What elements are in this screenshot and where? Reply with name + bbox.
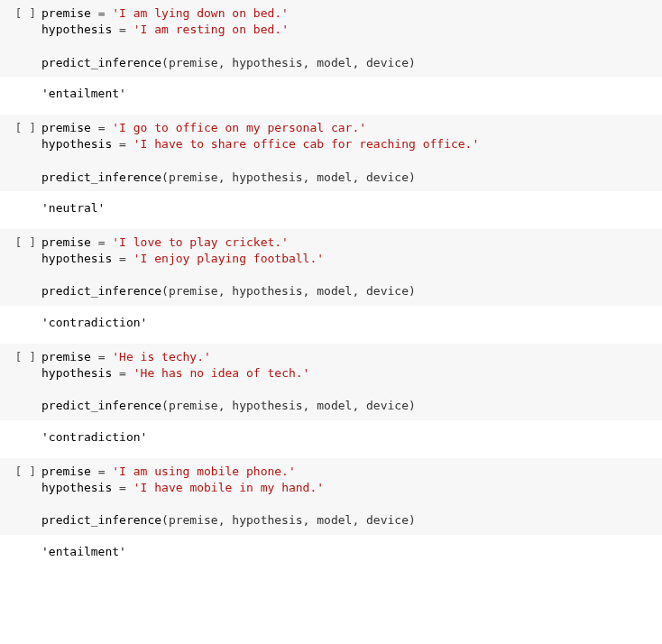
plain-token [126, 252, 133, 265]
blank-line [41, 152, 653, 169]
output-prompt-spacer [0, 315, 41, 331]
eq-token: = [119, 366, 126, 380]
notebook-cells: [ ]premise = 'I am lying down on bed.'hy… [0, 0, 662, 573]
plain-token [112, 366, 119, 380]
prompt-brackets: [ ] [15, 235, 36, 249]
str-token: 'I enjoy playing football.' [133, 252, 324, 265]
output-prompt-spacer [0, 429, 41, 446]
var-token: premise [41, 350, 91, 363]
func-token: predict_inference [41, 56, 161, 69]
code-line: hypothesis = 'I have to share office cab… [41, 136, 653, 152]
var-token: hypothesis [41, 137, 112, 151]
code-source[interactable]: premise = 'He is techy.'hypothesis = 'He… [41, 349, 662, 415]
func-token: predict_inference [41, 513, 161, 527]
code-cell: [ ]premise = 'He is techy.'hypothesis = … [0, 344, 662, 458]
cell-input-area[interactable]: [ ]premise = 'I love to play cricket.'hy… [0, 229, 662, 306]
plain-token [112, 252, 119, 265]
prompt-brackets: [ ] [15, 350, 36, 363]
var-token: premise [41, 121, 91, 134]
execution-prompt[interactable]: [ ] [0, 5, 41, 71]
eq-token: = [119, 252, 126, 265]
eq-token: = [119, 23, 126, 36]
func-token: predict_inference [41, 284, 161, 298]
code-line: predict_inference(premise, hypothesis, m… [41, 170, 653, 186]
code-source[interactable]: premise = 'I love to play cricket.'hypot… [41, 235, 662, 300]
code-source[interactable]: premise = 'I am lying down on bed.'hypot… [41, 5, 662, 71]
var-token: premise [41, 465, 91, 478]
code-line: premise = 'I am lying down on bed.' [41, 5, 653, 22]
code-line: predict_inference(premise, hypothesis, m… [41, 398, 653, 414]
var-token: hypothesis [41, 23, 112, 36]
code-line: hypothesis = 'I have mobile in my hand.' [41, 480, 653, 496]
cell-input-area[interactable]: [ ]premise = 'He is techy.'hypothesis = … [0, 344, 662, 420]
code-cell: [ ]premise = 'I am lying down on bed.'hy… [0, 0, 662, 115]
plain-token: (premise, hypothesis, model, device) [161, 513, 416, 527]
func-token: predict_inference [41, 399, 161, 412]
plain-token [91, 6, 98, 20]
code-line: hypothesis = 'He has no idea of tech.' [41, 365, 653, 382]
code-line: premise = 'I go to office on my personal… [41, 120, 653, 136]
cell-input-area[interactable]: [ ]premise = 'I am using mobile phone.'h… [0, 458, 662, 535]
plain-token [112, 481, 119, 494]
plain-token [112, 23, 119, 36]
str-token: 'I have to share office cab for reaching… [133, 137, 480, 151]
func-token: predict_inference [41, 170, 161, 184]
output-text: 'contradiction' [41, 429, 662, 446]
cell-output-area: 'entailment' [0, 77, 662, 115]
output-prompt-spacer [0, 86, 41, 102]
eq-token: = [119, 137, 126, 151]
plain-token [126, 23, 133, 36]
code-line: premise = 'I love to play cricket.' [41, 235, 653, 251]
plain-token [126, 366, 133, 380]
str-token: 'He has no idea of tech.' [133, 366, 310, 380]
cell-input-area[interactable]: [ ]premise = 'I am lying down on bed.'hy… [0, 0, 662, 77]
code-line: premise = 'He is techy.' [41, 349, 653, 365]
code-line: predict_inference(premise, hypothesis, m… [41, 512, 653, 529]
plain-token: (premise, hypothesis, model, device) [161, 284, 416, 298]
code-line: predict_inference(premise, hypothesis, m… [41, 283, 653, 299]
execution-prompt[interactable]: [ ] [0, 349, 41, 415]
code-line: premise = 'I am using mobile phone.' [41, 464, 653, 480]
code-source[interactable]: premise = 'I go to office on my personal… [41, 120, 662, 186]
blank-line [41, 382, 653, 398]
plain-token: (premise, hypothesis, model, device) [161, 170, 416, 184]
cell-output-area: 'contradiction' [0, 420, 662, 458]
plain-token: (premise, hypothesis, model, device) [161, 56, 416, 69]
output-prompt-spacer [0, 544, 41, 560]
var-token: premise [41, 6, 91, 20]
prompt-brackets: [ ] [15, 6, 36, 20]
cell-output-area: 'entailment' [0, 535, 662, 573]
output-text: 'contradiction' [41, 315, 662, 331]
plain-token [91, 121, 98, 134]
str-token: 'He is techy.' [112, 350, 211, 363]
output-text: 'entailment' [41, 86, 662, 102]
code-line: hypothesis = 'I am resting on bed.' [41, 22, 653, 38]
plain-token [126, 481, 133, 494]
plain-token [91, 465, 98, 478]
prompt-brackets: [ ] [15, 121, 36, 134]
blank-line [41, 267, 653, 283]
code-cell: [ ]premise = 'I go to office on my perso… [0, 115, 662, 229]
code-source[interactable]: premise = 'I am using mobile phone.'hypo… [41, 464, 662, 529]
plain-token [112, 137, 119, 151]
plain-token [126, 137, 133, 151]
str-token: 'I go to office on my personal car.' [112, 121, 366, 134]
code-cell: [ ]premise = 'I love to play cricket.'hy… [0, 229, 662, 344]
eq-token: = [119, 481, 126, 494]
output-prompt-spacer [0, 200, 41, 216]
var-token: hypothesis [41, 366, 112, 380]
code-cell: [ ]premise = 'I am using mobile phone.'h… [0, 458, 662, 573]
plain-token: (premise, hypothesis, model, device) [161, 399, 416, 412]
cell-output-area: 'neutral' [0, 191, 662, 229]
blank-line [41, 38, 653, 54]
code-line: predict_inference(premise, hypothesis, m… [41, 55, 653, 71]
var-token: hypothesis [41, 252, 112, 265]
output-text: 'neutral' [41, 200, 662, 216]
execution-prompt[interactable]: [ ] [0, 235, 41, 300]
execution-prompt[interactable]: [ ] [0, 464, 41, 529]
execution-prompt[interactable]: [ ] [0, 120, 41, 186]
blank-line [41, 496, 653, 512]
str-token: 'I love to play cricket.' [112, 235, 289, 249]
cell-input-area[interactable]: [ ]premise = 'I go to office on my perso… [0, 115, 662, 191]
str-token: 'I am lying down on bed.' [112, 6, 289, 20]
